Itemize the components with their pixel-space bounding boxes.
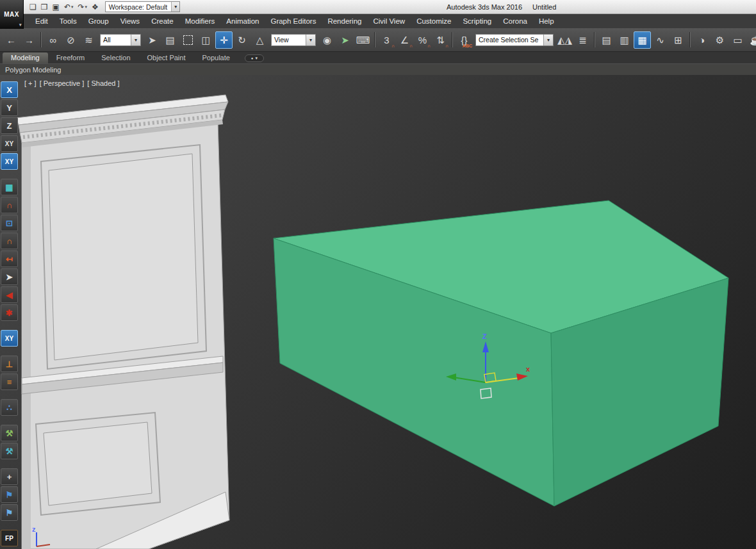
wall-object[interactable] — [16, 95, 229, 549]
rendered-frame-button[interactable]: ▭ — [729, 31, 746, 49]
snaps-grid-button[interactable]: ▦ — [1, 179, 18, 195]
select-and-scale-button[interactable]: △ — [251, 31, 268, 49]
tab-modeling[interactable]: Modeling — [3, 53, 48, 63]
select-and-manipulate-button[interactable]: ➤ — [336, 31, 354, 49]
selection-filter-select[interactable]: All — [100, 34, 141, 46]
render-setup-button[interactable]: ⚙ — [711, 31, 728, 49]
snap-marker-button[interactable]: ◀ — [1, 286, 18, 303]
align-button[interactable]: ≣ — [574, 31, 591, 49]
axis-constraint-button[interactable]: ⊥ — [1, 356, 18, 372]
keyboard-override-button[interactable]: ⌨ — [354, 31, 372, 49]
render-production-button[interactable]: ☕ — [747, 31, 756, 49]
menu-item[interactable]: Graph Editors — [265, 14, 322, 28]
menu-item[interactable]: Civil View — [367, 14, 411, 28]
box-object[interactable] — [274, 201, 728, 506]
snap-endpoint-button[interactable]: ↤ — [1, 250, 18, 267]
spinner-snap-button[interactable]: ⇅ ∩ — [432, 31, 449, 49]
window-crossing-button[interactable]: ◫ — [197, 31, 215, 49]
select-and-move-button[interactable]: ✛ — [215, 31, 233, 49]
snap-pivot-button[interactable]: ✱ — [1, 304, 18, 321]
upper-panel-inner-field — [49, 154, 198, 360]
material-editor-button[interactable]: ◑ — [693, 31, 711, 49]
menu-item[interactable]: Edit — [29, 14, 54, 28]
redo-icon[interactable]: ↷ ▾ — [76, 3, 88, 12]
ribbon-display-toggle[interactable] — [245, 54, 264, 62]
reference-coordinate-select[interactable]: View — [271, 34, 316, 46]
toggle-ribbon-button[interactable]: ▦ — [634, 31, 651, 49]
named-selection-set-select[interactable]: Create Selection Se — [475, 34, 554, 46]
viewport-general-menu[interactable]: [ + ] — [24, 79, 37, 87]
select-and-rotate-button[interactable]: ↻ — [233, 31, 251, 49]
viewport-shading-menu[interactable]: [ Shaded ] — [87, 79, 119, 87]
tab-freeform[interactable]: Freeform — [48, 53, 94, 63]
toolbar-separator — [40, 32, 42, 47]
flag-blue-button[interactable]: ⚑ — [1, 486, 18, 503]
open-file-icon[interactable]: ❒ — [40, 3, 49, 12]
polygon-modeling-panel-label[interactable]: Polygon Modeling — [5, 66, 61, 74]
snaps-toggle-button[interactable]: 3 ∩ — [378, 31, 395, 49]
gizmo-x-label: x — [526, 365, 530, 373]
unlink-selection-button[interactable]: ⊘ — [62, 31, 79, 49]
flag-light-button[interactable]: ⚑ — [1, 504, 18, 521]
bind-to-spacewarp-button[interactable]: ≋ — [80, 31, 97, 49]
menu-item[interactable]: Animation — [220, 14, 265, 28]
select-by-name-button[interactable]: ▤ — [161, 31, 179, 49]
menu-item[interactable]: Tools — [54, 14, 83, 28]
select-and-link-button[interactable]: ∞ — [44, 31, 62, 49]
application-menu-button[interactable]: MAX — [0, 0, 24, 29]
undo-icon[interactable]: ↶ ▾ — [63, 3, 75, 12]
tab-selection[interactable]: Selection — [93, 53, 138, 63]
select-object-button[interactable]: ➤ — [144, 31, 161, 49]
tool-wrench-green-button[interactable]: ⚒ — [1, 425, 18, 441]
manage-workspace-icon[interactable]: ❖ — [90, 3, 100, 12]
wall-left-edge — [22, 141, 31, 549]
redo-button[interactable]: → — [21, 31, 38, 49]
edit-named-selections-button[interactable]: {} ABC — [456, 31, 473, 49]
viewport-pov-menu[interactable]: [ Perspective ] — [40, 79, 85, 87]
menu-item[interactable]: Corona — [497, 14, 533, 28]
constraint-xy-active-button[interactable]: XY — [1, 153, 18, 170]
viewport-scene: Z x z — [0, 75, 756, 549]
fp-button[interactable]: FP — [1, 530, 18, 546]
toggle-layer-explorer-button[interactable]: ▥ — [616, 31, 633, 49]
snap-angle-button[interactable]: ∩ — [1, 197, 18, 213]
menu-item[interactable]: Views — [115, 14, 145, 28]
plane-xy-button[interactable]: XY — [1, 330, 18, 347]
quick-access-toolbar: ❏ ❒ ▣ ↶ ▾ ↷ ▾ ❖ — [28, 3, 100, 12]
menu-item[interactable]: Rendering — [322, 14, 367, 28]
constraint-x-button[interactable]: X — [1, 81, 18, 98]
menu-item[interactable]: Group — [83, 14, 115, 28]
perspective-viewport[interactable]: Z x z [ + ] [ Perspective ] [ Shaded ] — [0, 75, 756, 549]
ribbon-tabs: Modeling Freeform Selection Object Paint… — [3, 53, 238, 63]
new-scene-icon[interactable]: ❏ — [28, 3, 38, 12]
add-button[interactable]: + — [1, 468, 18, 485]
constraint-xy-button[interactable]: XY — [1, 135, 18, 152]
use-pivot-center-button[interactable]: ◉ — [318, 31, 336, 49]
snap-vertex-button[interactable]: ⊡ — [1, 215, 18, 231]
menu-item[interactable]: Modifiers — [179, 14, 221, 28]
dot-pattern-button[interactable]: ∴ — [1, 399, 18, 416]
undo-button[interactable]: ← — [3, 31, 20, 49]
constraint-y-button[interactable]: Y — [1, 99, 18, 116]
menu-item[interactable]: Customize — [411, 14, 457, 28]
snap-cursor-button[interactable]: ➤ — [1, 268, 18, 285]
schematic-view-button[interactable]: ⊞ — [670, 31, 687, 49]
tab-populate[interactable]: Populate — [193, 53, 238, 63]
grid-tools-button[interactable]: ≡ — [1, 373, 18, 390]
toggle-scene-explorer-button[interactable]: ▤ — [598, 31, 615, 49]
tool-wrench-teal-button[interactable]: ⚒ — [1, 443, 18, 459]
tab-object-paint[interactable]: Object Paint — [139, 53, 194, 63]
snap-edge-button[interactable]: ∩ — [1, 233, 18, 249]
percent-snap-button[interactable]: % ∩ — [414, 31, 431, 49]
mirror-button[interactable]: ◭◮ — [556, 31, 573, 49]
save-file-icon[interactable]: ▣ — [51, 3, 61, 12]
angle-snap-button[interactable]: ∠ ∩ — [396, 31, 413, 49]
menu-item[interactable]: Help — [533, 14, 560, 28]
rectangular-selection-button[interactable] — [179, 31, 197, 49]
menu-item[interactable]: Create — [145, 14, 179, 28]
workspace-select[interactable]: Workspace: Default — [105, 1, 180, 12]
menu-item[interactable]: Scripting — [457, 14, 497, 28]
curve-editor-button[interactable]: ∿ — [652, 31, 669, 49]
constraint-z-button[interactable]: Z — [1, 117, 18, 134]
world-z-label: z — [32, 525, 36, 533]
